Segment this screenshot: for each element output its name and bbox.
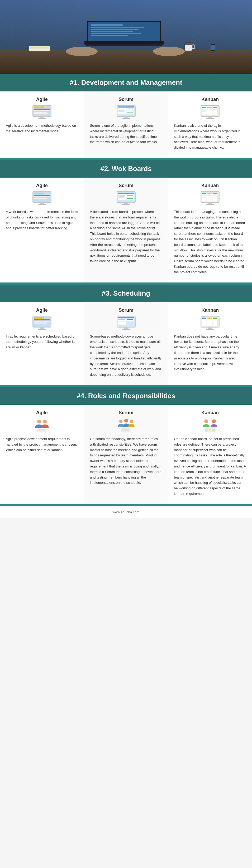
svg-rect-16 bbox=[185, 43, 192, 45]
col-kanban-1-title: Kanban bbox=[174, 97, 246, 102]
svg-rect-124 bbox=[37, 429, 46, 432]
svg-rect-66 bbox=[38, 204, 46, 205]
col-agile-2: Agile A work board is where requirements… bbox=[0, 178, 84, 282]
col-scrum-2-header: Scrum bbox=[90, 183, 162, 206]
svg-rect-6 bbox=[91, 27, 144, 28]
col-agile-2-title: Agile bbox=[6, 183, 78, 188]
section4-columns: Agile Agile process development requirem… bbox=[0, 405, 252, 504]
svg-rect-54 bbox=[202, 111, 206, 112]
svg-point-123 bbox=[43, 420, 47, 424]
svg-rect-96 bbox=[34, 317, 44, 319]
svg-rect-137 bbox=[205, 429, 208, 431]
svg-rect-29 bbox=[34, 113, 48, 114]
svg-rect-27 bbox=[34, 110, 50, 111]
col-scrum-2: Scrum A dedicated scrum board is present… bbox=[84, 178, 168, 282]
col-kanban-4-text: On the Kanban board, no set of predefine… bbox=[174, 436, 246, 497]
col-agile-4-title: Agile bbox=[6, 410, 78, 415]
col-agile-4-text: Agile process development requirement is… bbox=[6, 436, 78, 453]
svg-rect-50 bbox=[202, 107, 206, 108]
people-icon-kanban4 bbox=[199, 418, 221, 433]
svg-rect-11 bbox=[86, 44, 162, 46]
svg-rect-107 bbox=[118, 321, 125, 321]
svg-rect-56 bbox=[213, 108, 217, 110]
col-kanban-2-header: Kanban bbox=[174, 183, 246, 206]
svg-rect-91 bbox=[213, 195, 217, 196]
svg-rect-38 bbox=[118, 111, 124, 112]
svg-rect-119 bbox=[213, 317, 217, 319]
svg-rect-77 bbox=[127, 198, 133, 199]
col-agile-1-text: Agile is a development methodology based… bbox=[6, 123, 78, 134]
svg-rect-26 bbox=[34, 108, 50, 110]
svg-rect-34 bbox=[118, 106, 134, 107]
col-agile-4-header: Agile bbox=[6, 410, 78, 433]
svg-rect-5 bbox=[91, 24, 123, 26]
svg-rect-72 bbox=[118, 196, 125, 197]
svg-rect-28 bbox=[34, 112, 47, 113]
section1-columns: Agile Agile is a development methodology… bbox=[0, 91, 252, 158]
svg-rect-42 bbox=[127, 112, 133, 113]
teal-divider-3 bbox=[0, 385, 252, 387]
monitor-icon-agile1 bbox=[31, 105, 53, 119]
people-icon-agile4 bbox=[31, 418, 53, 433]
monitor-icon-kanban1 bbox=[199, 105, 221, 119]
svg-rect-117 bbox=[202, 317, 206, 319]
svg-rect-104 bbox=[118, 317, 134, 318]
svg-rect-97 bbox=[34, 319, 50, 320]
svg-rect-99 bbox=[34, 322, 47, 323]
col-scrum-2-title: Scrum bbox=[90, 183, 162, 188]
svg-point-13 bbox=[153, 46, 185, 56]
svg-rect-98 bbox=[34, 321, 50, 322]
svg-rect-111 bbox=[122, 329, 130, 330]
section3-columns: Agile In agile, requirements are schedul… bbox=[0, 302, 252, 385]
svg-rect-73 bbox=[118, 197, 124, 198]
svg-rect-52 bbox=[213, 107, 217, 108]
col-agile-3: Agile In agile, requirements are schedul… bbox=[0, 302, 84, 385]
svg-point-128 bbox=[124, 419, 128, 423]
col-kanban-4: Kanban On the Kanban board, no set of pr… bbox=[168, 405, 252, 504]
col-agile-1-header: Agile bbox=[6, 97, 78, 119]
col-scrum-3-title: Scrum bbox=[90, 308, 162, 313]
col-scrum-3-text: Scrum-based methodology places a huge em… bbox=[90, 334, 162, 378]
svg-rect-79 bbox=[122, 204, 130, 205]
svg-point-129 bbox=[130, 420, 133, 423]
svg-rect-138 bbox=[209, 429, 212, 431]
col-scrum-1-header: Scrum bbox=[90, 97, 162, 119]
col-kanban-2-text: This board is for managing and containin… bbox=[174, 209, 246, 275]
col-kanban-4-header: Kanban bbox=[174, 410, 246, 433]
svg-rect-31 bbox=[38, 118, 46, 119]
section3-title: #3. Scheduling bbox=[0, 289, 252, 298]
section2-title: #2. Wok Boards bbox=[0, 165, 252, 173]
col-agile-4: Agile Agile process development requirem… bbox=[0, 405, 84, 504]
col-kanban-3-text: Kanban does not have any particular time… bbox=[174, 334, 246, 372]
footer-url: www.educba.com bbox=[113, 510, 140, 514]
col-kanban-2: Kanban This board is for managing and co… bbox=[168, 178, 252, 282]
svg-rect-58 bbox=[206, 118, 214, 119]
col-agile-1-title: Agile bbox=[6, 97, 78, 102]
svg-rect-121 bbox=[206, 329, 214, 330]
teal-divider-2 bbox=[0, 282, 252, 285]
col-kanban-1-text: Kanban is also one of the agile implemen… bbox=[174, 123, 246, 151]
teal-divider-1 bbox=[0, 158, 252, 160]
section4-title: #4. Roles and Responsibilities bbox=[0, 392, 252, 400]
svg-rect-8 bbox=[91, 31, 133, 32]
svg-point-122 bbox=[37, 420, 41, 424]
svg-rect-55 bbox=[207, 108, 212, 110]
col-scrum-4-title: Scrum bbox=[90, 410, 162, 415]
svg-rect-106 bbox=[118, 319, 125, 320]
svg-rect-64 bbox=[34, 198, 47, 199]
svg-point-127 bbox=[119, 420, 122, 423]
section1-title: #1. Development and Management bbox=[0, 79, 252, 87]
svg-rect-93 bbox=[206, 204, 214, 205]
section4-header: #4. Roles and Responsibilities bbox=[0, 387, 252, 405]
people-icon-scrum4 bbox=[116, 418, 137, 433]
col-kanban-3-title: Kanban bbox=[174, 308, 246, 313]
teal-divider-4 bbox=[0, 504, 252, 506]
monitor-icon-agile2 bbox=[31, 191, 53, 206]
col-kanban-2-title: Kanban bbox=[174, 183, 246, 188]
col-agile-3-title: Agile bbox=[6, 308, 78, 313]
monitor-icon-scrum2 bbox=[116, 191, 137, 206]
section3-header: #3. Scheduling bbox=[0, 285, 252, 302]
col-agile-2-text: A work board is where requirements in th… bbox=[6, 209, 78, 231]
svg-rect-63 bbox=[34, 196, 50, 197]
svg-rect-89 bbox=[202, 196, 206, 198]
